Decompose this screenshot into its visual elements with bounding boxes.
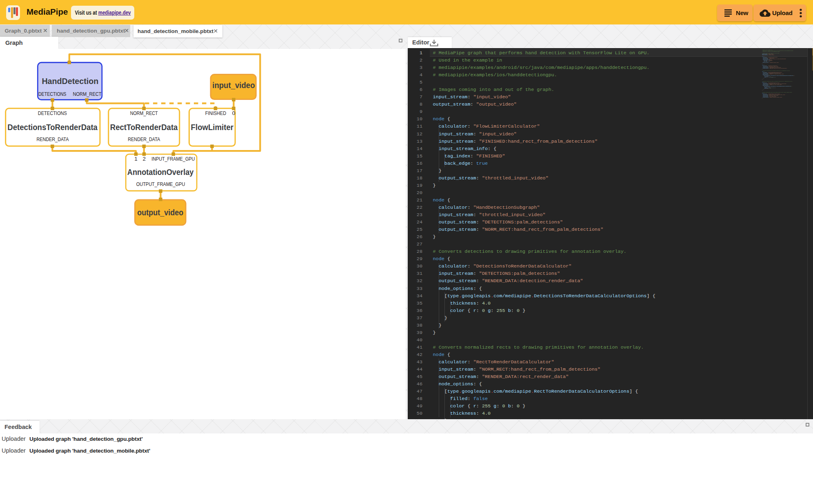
svg-text:INPUT_FRAME_GPU: INPUT_FRAME_GPU <box>151 156 195 162</box>
svg-text:RENDER_DATA: RENDER_DATA <box>36 136 69 142</box>
svg-text:FlowLimiter: FlowLimiter <box>191 123 234 132</box>
svg-text:OUTPUT_FRAME_GPU: OUTPUT_FRAME_GPU <box>136 181 185 187</box>
svg-text:RENDER_DATA: RENDER_DATA <box>128 136 160 142</box>
svg-text:HandDetection: HandDetection <box>42 77 98 86</box>
svg-text:2: 2 <box>142 156 146 162</box>
svg-text:DETECTIONS: DETECTIONS <box>38 91 67 97</box>
svg-text:input_video: input_video <box>212 81 255 90</box>
svg-text:DetectionsToRenderData: DetectionsToRenderData <box>7 123 98 132</box>
svg-text:AnnotationOverlay: AnnotationOverlay <box>127 168 194 177</box>
svg-text:RectToRenderData: RectToRenderData <box>110 123 178 132</box>
svg-text:0: 0 <box>232 110 235 116</box>
svg-text:NORM_RECT: NORM_RECT <box>130 110 158 116</box>
svg-text:NORM_RECT: NORM_RECT <box>73 91 102 97</box>
svg-text:output_video: output_video <box>137 208 183 217</box>
svg-text:DETECTIONS: DETECTIONS <box>38 110 67 116</box>
svg-text:FINISHED: FINISHED <box>205 110 227 116</box>
svg-text:1: 1 <box>134 156 138 162</box>
